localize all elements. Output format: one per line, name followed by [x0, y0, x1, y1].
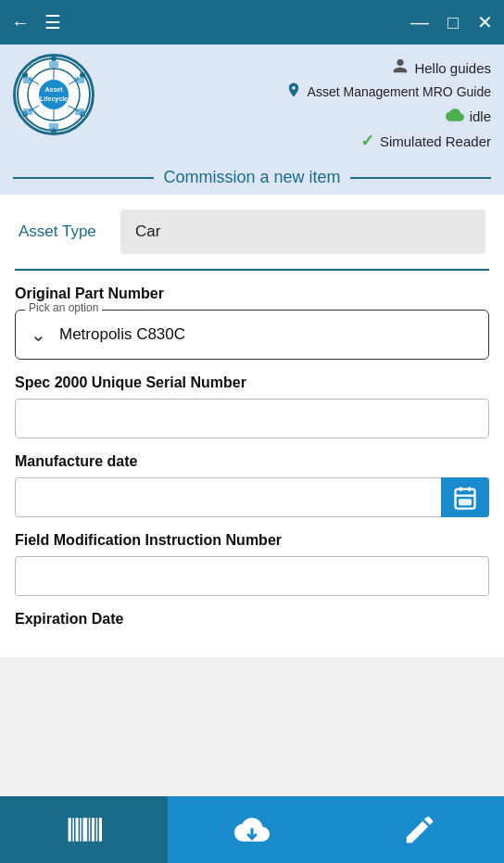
- cloud-icon: [446, 106, 464, 127]
- chevron-down-icon: ⌄: [31, 324, 46, 346]
- fmi-input[interactable]: [15, 556, 489, 596]
- header-info: Hello guides Asset Management MRO Guide …: [106, 54, 491, 151]
- serial-number-input[interactable]: [15, 399, 489, 438]
- reader-text: Simulated Reader: [380, 133, 491, 149]
- svg-rect-34: [92, 818, 94, 841]
- svg-rect-36: [98, 818, 101, 841]
- serial-number-section: Spec 2000 Unique Serial Number: [15, 374, 489, 438]
- menu-button[interactable]: ☰: [44, 11, 61, 33]
- edit-button[interactable]: [336, 796, 504, 863]
- asset-type-row: Asset Type Car: [15, 209, 489, 254]
- close-button[interactable]: ✕: [477, 11, 493, 33]
- manufacture-date-section: Manufacture date: [15, 453, 489, 517]
- hello-text: Hello guides: [414, 60, 491, 76]
- part-number-label: Original Part Number: [15, 286, 489, 302]
- title-bar: ← ☰ — □ ✕: [0, 0, 504, 44]
- status-row: idle: [446, 106, 491, 127]
- banner-left-line: [13, 177, 154, 179]
- maximize-button[interactable]: □: [447, 12, 459, 33]
- user-row: Hello guides: [392, 57, 491, 78]
- svg-rect-30: [75, 818, 78, 841]
- expiration-label: Expiration Date: [15, 611, 489, 628]
- fmi-section: Field Modification Instruction Number: [15, 532, 489, 596]
- calendar-icon-button[interactable]: [441, 477, 489, 517]
- section-divider: [15, 269, 489, 271]
- commission-title: Commission a new item: [163, 168, 340, 187]
- idle-status: idle: [470, 108, 491, 124]
- svg-text:Lifecycle: Lifecycle: [40, 95, 68, 103]
- svg-rect-35: [95, 818, 97, 841]
- fmi-label: Field Modification Instruction Number: [15, 532, 489, 549]
- user-icon: [392, 57, 409, 78]
- manufacture-date-wrapper: [15, 477, 489, 517]
- check-icon: ✓: [360, 131, 374, 151]
- part-number-dropdown[interactable]: Pick an option ⌄ Metropolis C830C: [15, 310, 489, 360]
- banner-right-line: [350, 177, 491, 179]
- expiration-section: Expiration Date: [15, 611, 489, 628]
- svg-rect-31: [80, 818, 82, 841]
- dropdown-select-inner[interactable]: ⌄ Metropolis C830C: [16, 311, 488, 359]
- dropdown-selected-value: Metropolis C830C: [59, 325, 185, 344]
- svg-text:Asset: Asset: [44, 86, 63, 93]
- minimize-button[interactable]: —: [410, 12, 429, 33]
- title-bar-right-controls: — □ ✕: [410, 11, 493, 33]
- asset-type-value: Car: [120, 209, 485, 254]
- asset-type-label: Asset Type: [19, 222, 102, 241]
- edit-icon: [402, 812, 437, 847]
- svg-rect-29: [72, 818, 74, 841]
- title-bar-left-controls: ← ☰: [11, 11, 61, 33]
- barcode-button[interactable]: [0, 796, 168, 863]
- svg-rect-11: [49, 61, 58, 68]
- serial-number-label: Spec 2000 Unique Serial Number: [15, 374, 489, 391]
- reader-row: ✓ Simulated Reader: [360, 131, 491, 151]
- commission-banner: Commission a new item: [13, 159, 491, 195]
- svg-point-2: [39, 80, 69, 109]
- dropdown-placeholder-label: Pick an option: [25, 301, 102, 314]
- bottom-toolbar: [0, 796, 504, 863]
- header-top: Asset Lifecycle: [13, 54, 491, 151]
- svg-rect-28: [68, 818, 70, 841]
- guide-row: Asset Management MRO Guide: [285, 82, 491, 102]
- svg-rect-33: [88, 818, 90, 841]
- logo-svg: Asset Lifecycle: [16, 57, 92, 133]
- manufacture-date-label: Manufacture date: [15, 453, 489, 470]
- back-button[interactable]: ←: [11, 12, 30, 33]
- part-number-section: Original Part Number Pick an option ⌄ Me…: [15, 286, 489, 360]
- barcode-icon: [67, 812, 102, 847]
- svg-rect-14: [49, 123, 58, 130]
- header: Asset Lifecycle: [0, 44, 504, 195]
- svg-rect-32: [82, 818, 87, 841]
- app-logo: Asset Lifecycle: [13, 54, 94, 135]
- form-content: Asset Type Car Original Part Number Pick…: [0, 195, 504, 657]
- guide-text: Asset Management MRO Guide: [308, 84, 491, 99]
- download-icon: [234, 812, 270, 847]
- svg-rect-27: [459, 499, 472, 505]
- download-button[interactable]: [168, 796, 335, 863]
- svg-rect-13: [75, 108, 84, 115]
- manufacture-date-input[interactable]: [15, 477, 489, 517]
- svg-rect-15: [23, 108, 32, 115]
- calendar-icon: [452, 485, 478, 511]
- location-icon: [285, 82, 302, 102]
